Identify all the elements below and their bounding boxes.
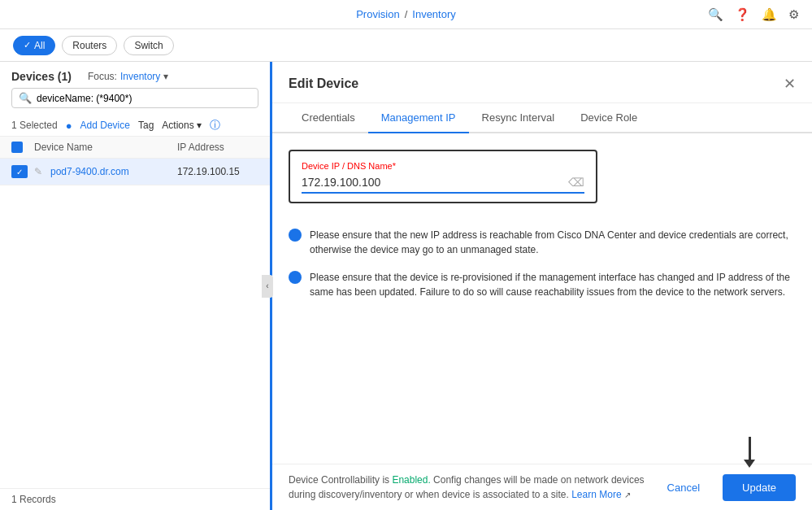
collapse-panel-button[interactable]: ‹ [262, 275, 273, 298]
top-icons: 🔍 ❓ 🔔 ⚙ [708, 7, 799, 22]
tab-management-ip[interactable]: Management IP [368, 103, 469, 133]
arrow-down-indicator [744, 437, 755, 468]
info-messages: Please ensure that the new IP address is… [289, 228, 796, 299]
info-dot-2 [289, 271, 302, 284]
actions-label: Actions [162, 120, 193, 131]
actions-button[interactable]: Actions ▾ [162, 120, 201, 131]
close-button[interactable]: ✕ [784, 75, 796, 102]
actions-bar: 1 Selected ● Add Device Tag Actions ▾ ⓘ [0, 115, 270, 137]
breadcrumb-provision[interactable]: Provision [356, 8, 399, 20]
focus-chevron-icon: ▾ [163, 71, 168, 82]
info-message-1: Please ensure that the new IP address is… [289, 228, 796, 257]
info-text-1: Please ensure that the new IP address is… [310, 228, 796, 257]
breadcrumb: Provision / Inventory [356, 8, 456, 20]
tag-button[interactable]: Tag [138, 120, 154, 131]
notification-icon[interactable]: 🔔 [762, 7, 777, 22]
tab-device-role[interactable]: Device Role [567, 103, 650, 133]
learn-more-link[interactable]: Learn More [571, 489, 621, 500]
tabs-bar: Credentials Management IP Resync Interva… [272, 103, 812, 133]
right-panel: Edit Device ✕ Credentials Management IP … [272, 62, 812, 510]
focus-label: Focus: Inventory ▾ [88, 71, 168, 82]
dialog-body: Device IP / DNS Name* ⌫ Please ensure th… [272, 133, 812, 464]
breadcrumb-separator: / [405, 8, 408, 20]
selected-count: 1 Selected [11, 120, 58, 131]
cancel-button[interactable]: Cancel [653, 476, 714, 499]
col-device-name-header: Device Name [34, 142, 171, 153]
tab-credentials[interactable]: Credentials [289, 103, 368, 133]
row-checkbox[interactable]: ✓ [11, 165, 28, 178]
check-icon: ✓ [24, 40, 31, 50]
routers-filter-button[interactable]: Routers [62, 36, 117, 55]
edit-icon: ✎ [34, 166, 42, 177]
info-text-2: Please ensure that the device is re-prov… [310, 270, 796, 299]
dialog-footer: Device Controllability is Enabled. Confi… [272, 464, 812, 510]
clear-icon[interactable]: ⌫ [568, 176, 584, 189]
ip-input-box: Device IP / DNS Name* ⌫ [289, 150, 597, 203]
footer-text: Device Controllability is Enabled. Confi… [289, 473, 653, 502]
info-message-2: Please ensure that the device is re-prov… [289, 270, 796, 299]
focus-value[interactable]: Inventory [120, 71, 160, 82]
dot-icon: ● [66, 120, 72, 132]
update-button[interactable]: Update [723, 474, 796, 501]
records-footer: 1 Records [0, 488, 270, 510]
devices-title: Devices (1) [11, 70, 72, 83]
tab-resync-interval[interactable]: Resync Interval [469, 103, 568, 133]
col-ip-header: IP Address [177, 142, 258, 153]
ip-input-row: ⌫ [302, 176, 584, 194]
all-filter-button[interactable]: ✓ All [13, 36, 55, 55]
footer-enabled: Enabled. [392, 474, 430, 486]
required-indicator: * [393, 161, 396, 171]
arrow-shaft [749, 437, 751, 460]
help-icon[interactable]: ❓ [735, 7, 750, 22]
ip-field-label: Device IP / DNS Name* [302, 161, 584, 171]
footer-buttons: Cancel Update [653, 474, 796, 501]
add-device-button[interactable]: Add Device [80, 120, 130, 131]
breadcrumb-inventory[interactable]: Inventory [412, 8, 455, 20]
ip-dns-input[interactable] [302, 176, 562, 189]
table-header: Device Name IP Address [0, 137, 270, 159]
all-filter-label: All [34, 40, 45, 51]
main-layout: Devices (1) Focus: Inventory ▾ 🔍 1 Selec… [0, 62, 812, 510]
footer-prefix: Device Controllability is [289, 474, 389, 486]
search-icon[interactable]: 🔍 [708, 7, 723, 22]
switches-filter-label: Switch [134, 40, 163, 51]
arrow-head [744, 460, 755, 468]
top-navbar: Provision / Inventory 🔍 ❓ 🔔 ⚙ [0, 0, 812, 29]
focus-text: Focus: [88, 71, 117, 82]
external-link-icon: ↗ [624, 490, 631, 499]
actions-chevron-icon: ▾ [197, 120, 202, 131]
info-icon[interactable]: ⓘ [210, 118, 220, 133]
left-panel: Devices (1) Focus: Inventory ▾ 🔍 1 Selec… [0, 62, 272, 510]
dialog-title: Edit Device [289, 76, 358, 101]
filter-bar: ✓ All Routers Switch [0, 29, 812, 62]
device-name[interactable]: pod7-9400.dr.com [50, 166, 171, 177]
search-input[interactable] [37, 93, 251, 104]
info-dot-1 [289, 229, 302, 242]
table-row[interactable]: ✓ ✎ pod7-9400.dr.com 172.19.100.15 [0, 159, 270, 185]
search-icon: 🔍 [19, 92, 32, 104]
dialog-header: Edit Device ✕ [272, 62, 812, 103]
settings-icon[interactable]: ⚙ [788, 7, 799, 22]
device-ip: 172.19.100.15 [177, 166, 258, 177]
devices-header: Devices (1) Focus: Inventory ▾ [0, 62, 270, 88]
switches-filter-button[interactable]: Switch [124, 36, 173, 55]
header-checkbox[interactable] [11, 142, 23, 153]
check-icon: ✓ [16, 168, 23, 177]
routers-filter-label: Routers [72, 40, 106, 51]
search-bar: 🔍 [11, 88, 258, 108]
